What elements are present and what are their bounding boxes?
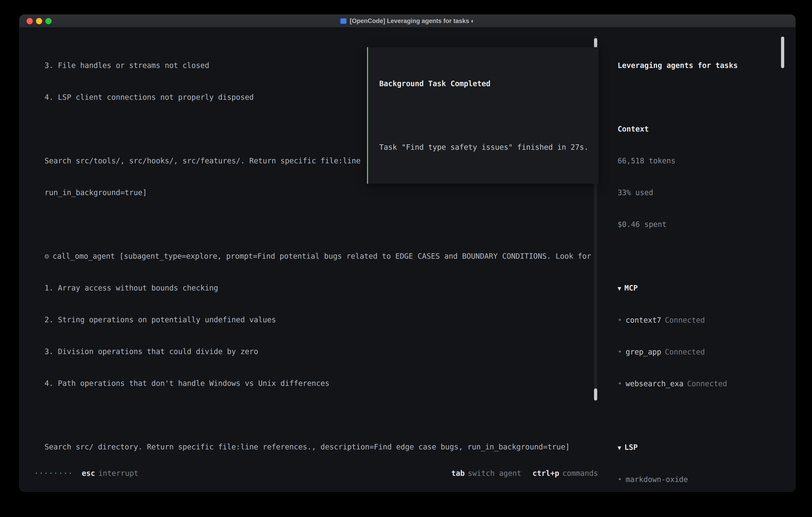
bullet-icon: • bbox=[617, 316, 622, 324]
mcp-status: Connected bbox=[665, 348, 705, 356]
scrollbar-thumb[interactable] bbox=[781, 36, 784, 68]
collapse-arrow-icon: ▼ bbox=[617, 444, 621, 451]
tab-hint: tabswitch agent bbox=[452, 469, 521, 478]
notification-body: Task "Find type safety issues" finished … bbox=[379, 142, 592, 153]
notebook-icon bbox=[340, 19, 346, 24]
context-used: 33% used bbox=[617, 187, 795, 198]
terminal-line: 4. Path operations that don't handle Win… bbox=[34, 378, 590, 389]
commands-label: commands bbox=[562, 469, 598, 478]
mcp-status: Connected bbox=[665, 316, 705, 324]
mcp-item: •websearch_exaConnected bbox=[617, 378, 795, 389]
terminal-line: 2. String operations on potentially unde… bbox=[34, 315, 590, 325]
window-title-text: [OpenCode] Leveraging agents for tasks ◐ bbox=[350, 18, 474, 25]
mcp-status: Connected bbox=[687, 379, 727, 388]
window-title: [OpenCode] Leveraging agents for tasks ◐ bbox=[19, 15, 795, 27]
context-tokens: 66,518 tokens bbox=[617, 156, 795, 166]
bullet-icon: • bbox=[617, 379, 622, 388]
titlebar[interactable]: [OpenCode] Leveraging agents for tasks ◐ bbox=[19, 15, 795, 28]
ctrl-p-key: ctrl+p bbox=[532, 469, 559, 478]
zoom-button[interactable] bbox=[46, 18, 52, 24]
status-bar: ········ escinterrupt tabswitch agentctr… bbox=[34, 469, 598, 478]
lsp-item: •markdown-oxide bbox=[617, 474, 795, 485]
mcp-name: context7 bbox=[626, 316, 661, 324]
esc-key: esc bbox=[82, 469, 95, 478]
mcp-item: •grep_appConnected bbox=[617, 347, 795, 357]
mcp-heading: MCP bbox=[625, 284, 638, 292]
esc-label: interrupt bbox=[98, 469, 138, 478]
mcp-name: websearch_exa bbox=[626, 379, 684, 388]
lsp-name: markdown-oxide bbox=[626, 475, 688, 484]
sidebar: Leveraging agents for tasks Context 66,5… bbox=[609, 28, 795, 492]
commands-hint: ctrl+pcommands bbox=[532, 469, 598, 478]
lsp-heading: LSP bbox=[625, 443, 638, 452]
gear-icon: ⚙ bbox=[45, 252, 49, 261]
mcp-name: grep_app bbox=[626, 348, 661, 356]
mcp-section-header[interactable]: ▼MCP bbox=[617, 283, 795, 294]
sidebar-title: Leveraging agents for tasks bbox=[617, 60, 795, 71]
status-right: tabswitch agentctrl+pcommands bbox=[452, 469, 598, 478]
lsp-section-header[interactable]: ▼LSP bbox=[617, 442, 795, 453]
context-heading: Context bbox=[617, 124, 795, 134]
collapse-arrow-icon: ▼ bbox=[617, 285, 621, 292]
notification-toast[interactable]: Background Task Completed Task "Find typ… bbox=[367, 47, 599, 184]
tab-key: tab bbox=[452, 469, 465, 478]
scrollbar-thumb[interactable] bbox=[594, 38, 597, 48]
tool-call-command: call_omo_agent [subagent_type=explore, p… bbox=[53, 252, 591, 261]
traffic-lights bbox=[27, 18, 52, 24]
tab-label: switch agent bbox=[468, 469, 521, 478]
context-spent: $0.46 spent bbox=[617, 219, 795, 230]
mcp-item: •context7Connected bbox=[617, 315, 795, 325]
terminal-line: 3. Division operations that could divide… bbox=[34, 346, 590, 357]
terminal-line: 1. Array access without bounds checking bbox=[34, 283, 590, 293]
terminal-main: 3. File handles or streams not closed 4.… bbox=[19, 28, 599, 492]
close-button[interactable] bbox=[27, 18, 33, 24]
sidebar-scrollbar[interactable] bbox=[781, 36, 784, 404]
bullet-icon: • bbox=[617, 475, 622, 484]
bullet-icon: • bbox=[617, 348, 622, 356]
terminal-line: run_in_background=true] bbox=[34, 187, 590, 198]
opencode-window: [OpenCode] Leveraging agents for tasks ◐… bbox=[19, 15, 795, 492]
terminal-line: Search src/ directory. Return specific f… bbox=[34, 442, 590, 452]
spinner-dots: ········ bbox=[34, 469, 73, 478]
notification-title: Background Task Completed bbox=[379, 78, 592, 89]
minimize-button[interactable] bbox=[36, 18, 42, 24]
esc-hint: escinterrupt bbox=[82, 469, 138, 478]
tool-call-line: ⚙call_omo_agent [subagent_type=explore, … bbox=[34, 251, 590, 262]
scrollbar-thumb[interactable] bbox=[594, 388, 597, 401]
